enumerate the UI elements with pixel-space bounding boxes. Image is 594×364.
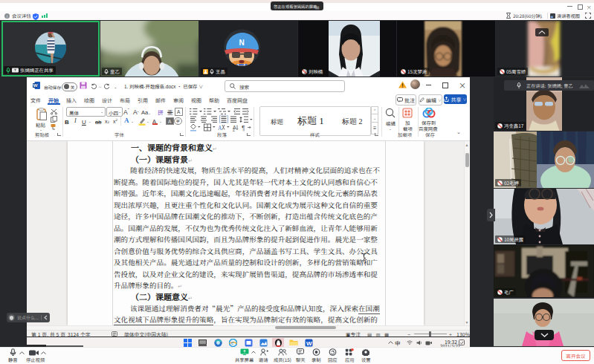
svg-text:A: A xyxy=(218,124,222,131)
svg-text:W: W xyxy=(306,339,312,346)
svg-text:Z: Z xyxy=(233,128,235,131)
svg-text:e: e xyxy=(231,339,234,346)
svg-text:N: N xyxy=(239,39,244,47)
svg-text:¶: ¶ xyxy=(242,124,245,131)
svg-text:W: W xyxy=(33,82,38,88)
